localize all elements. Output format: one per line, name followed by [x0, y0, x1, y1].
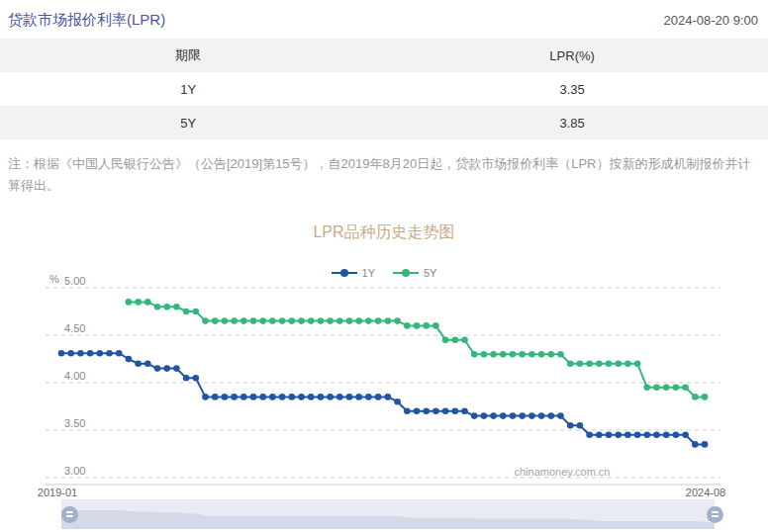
lpr-history-chart: 5.004.504.003.503.00%2019-012024-08china… — [0, 272, 768, 501]
legend-item-5y[interactable]: 5Y — [393, 267, 436, 279]
rate-cell: 3.35 — [376, 72, 768, 106]
data-zoom-slider[interactable] — [61, 499, 715, 529]
chart-title: LPR品种历史走势图 — [0, 222, 768, 243]
x-axis-label-start: 2019-01 — [38, 487, 77, 498]
rate-cell: 3.85 — [376, 106, 768, 139]
table-row: 5Y 3.85 — [0, 106, 768, 139]
term-cell: 1Y — [0, 72, 376, 106]
page-title: 贷款市场报价利率(LPR) — [8, 11, 165, 30]
watermark: chinamoney.com.cn — [514, 466, 610, 478]
column-header-lpr: LPR(%) — [376, 39, 768, 72]
legend-marker-icon — [393, 268, 419, 278]
legend-label: 5Y — [424, 267, 436, 279]
legend-item-1y[interactable]: 1Y — [332, 267, 375, 279]
table-row: 1Y 3.35 — [0, 72, 768, 106]
y-tick-label: 4.00 — [64, 370, 85, 382]
legend-label: 1Y — [362, 267, 375, 279]
lpr-table: 期限 LPR(%) 1Y 3.35 5Y 3.85 — [0, 39, 768, 139]
legend-marker-icon — [332, 268, 357, 278]
column-header-term: 期限 — [0, 39, 376, 72]
x-axis-label-end: 2024-08 — [686, 487, 725, 498]
page-header: 贷款市场报价利率(LPR) 2024-08-20 9:00 — [0, 0, 768, 39]
slider-left-handle[interactable] — [61, 506, 78, 523]
term-cell: 5Y — [0, 106, 376, 139]
note-text: 注：根据《中国人民银行公告》（公告[2019]第15号），自2019年8月20日… — [0, 153, 768, 197]
y-tick-label: 4.50 — [64, 322, 85, 334]
table-header-row: 期限 LPR(%) — [0, 39, 768, 72]
chart-legend: 1Y5Y — [0, 266, 768, 280]
y-tick-label: 3.50 — [64, 417, 85, 429]
header-datetime: 2024-08-20 9:00 — [664, 13, 758, 28]
y-tick-label: 3.00 — [64, 465, 85, 477]
slider-right-handle[interactable] — [707, 506, 723, 523]
